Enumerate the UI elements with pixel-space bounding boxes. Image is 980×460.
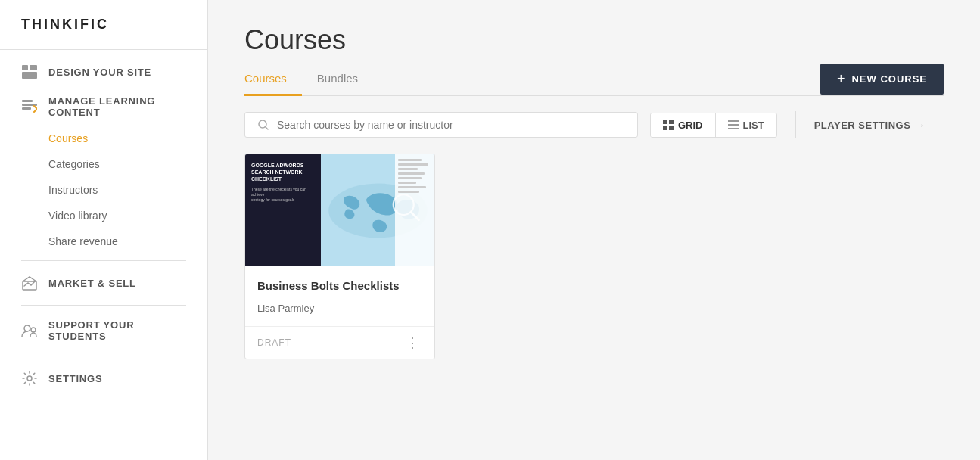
player-settings-link[interactable]: PLAYER SETTINGS → <box>814 120 926 131</box>
main-content: Courses Courses Bundles + NEW COURSE <box>208 0 980 460</box>
controls-row: GRID LIST PLAYER SETTINGS → <box>208 96 980 154</box>
tab-courses[interactable]: Courses <box>244 63 302 96</box>
sidebar-sub-item-instructors-label: Instructors <box>48 184 98 196</box>
sidebar-divider-3 <box>21 356 186 356</box>
sidebar-sub-item-courses-label: Courses <box>48 132 88 145</box>
svg-rect-18 <box>728 128 739 129</box>
sidebar-sub-item-courses[interactable]: Courses <box>0 126 207 151</box>
svg-rect-17 <box>728 124 739 126</box>
course-card: GOOGLE ADWORDS SEARCH NETWORK CHECKLIST … <box>244 154 435 359</box>
list-label: LIST <box>743 120 764 131</box>
logo-text: THINKIFIC <box>21 17 109 32</box>
svg-rect-1 <box>30 65 37 70</box>
svg-point-7 <box>24 325 30 331</box>
new-course-label: NEW COURSE <box>851 73 927 85</box>
thumbnail-right-panel <box>321 154 434 266</box>
plus-icon: + <box>837 71 846 87</box>
course-menu-button[interactable]: ⋮ <box>403 334 422 351</box>
svg-point-9 <box>27 376 32 381</box>
sidebar-sub-item-video-library-label: Video library <box>48 210 107 222</box>
thumbnail-image: GOOGLE ADWORDS SEARCH NETWORK CHECKLIST … <box>245 154 434 266</box>
course-thumbnail: GOOGLE ADWORDS SEARCH NETWORK CHECKLIST … <box>245 154 434 266</box>
search-icon <box>257 119 269 131</box>
tab-bundles[interactable]: Bundles <box>317 63 373 96</box>
support-students-icon <box>21 322 38 339</box>
tabs-row: Courses Bundles + NEW COURSE <box>244 56 944 96</box>
grid-label: GRID <box>678 120 703 131</box>
thumbnail-checklist-overlay <box>395 154 435 266</box>
design-site-icon <box>21 64 38 80</box>
sidebar-item-manage-learning[interactable]: MANAGE LEARNING CONTENT <box>0 88 207 126</box>
svg-rect-5 <box>22 107 31 110</box>
sidebar-divider-2 <box>21 305 186 306</box>
logo: THINKIFIC <box>0 0 207 50</box>
sidebar-item-market-sell[interactable]: MARKET & SELL <box>0 267 207 299</box>
grid-icon <box>663 120 674 130</box>
controls-divider <box>795 111 796 138</box>
thumbnail-left-panel: GOOGLE ADWORDS SEARCH NETWORK CHECKLIST … <box>245 154 321 266</box>
player-settings-label: PLAYER SETTINGS <box>814 120 911 131</box>
svg-rect-14 <box>663 126 667 130</box>
sidebar-divider-1 <box>21 260 186 261</box>
sidebar-sub-item-share-revenue-label: Share revenue <box>48 235 118 247</box>
svg-rect-13 <box>669 120 674 124</box>
svg-point-8 <box>31 328 36 332</box>
svg-rect-4 <box>22 104 37 106</box>
sidebar-sub-item-categories-label: Categories <box>48 158 100 170</box>
svg-rect-3 <box>22 100 33 102</box>
sidebar-item-design-site[interactable]: DESIGN YOUR SITE <box>0 56 207 88</box>
arrow-right-icon: → <box>915 120 926 131</box>
sidebar-item-settings-label: SETTINGS <box>48 373 102 384</box>
grid-view-button[interactable]: GRID <box>651 113 716 137</box>
sidebar: THINKIFIC DESIGN YOUR SITE MANAGE LEARNI… <box>0 0 208 460</box>
course-name: Business Bolts Checklists <box>257 278 422 294</box>
page-title: Courses <box>244 24 944 56</box>
sidebar-item-market-sell-label: MARKET & SELL <box>48 278 136 289</box>
list-view-button[interactable]: LIST <box>716 113 776 137</box>
course-grid: GOOGLE ADWORDS SEARCH NETWORK CHECKLIST … <box>208 154 980 384</box>
settings-icon <box>21 370 38 387</box>
tabs-left: Courses Bundles <box>244 62 388 95</box>
list-icon <box>728 120 739 130</box>
new-course-button[interactable]: + NEW COURSE <box>820 64 944 95</box>
sidebar-item-settings[interactable]: SETTINGS <box>0 362 207 394</box>
sidebar-item-design-site-label: DESIGN YOUR SITE <box>48 67 151 78</box>
manage-learning-icon <box>21 98 38 115</box>
search-box[interactable] <box>244 112 638 138</box>
sidebar-item-manage-learning-label: MANAGE LEARNING CONTENT <box>48 95 186 118</box>
sidebar-item-support-students-label: SUPPORT YOUR STUDENTS <box>48 319 186 342</box>
svg-rect-0 <box>22 65 28 70</box>
search-input[interactable] <box>277 119 625 131</box>
course-status: DRAFT <box>257 337 291 348</box>
svg-line-11 <box>266 127 269 130</box>
main-header: Courses <box>208 0 980 56</box>
svg-rect-12 <box>663 120 667 124</box>
course-instructor: Lisa Parmley <box>257 303 422 314</box>
sidebar-sub-item-instructors[interactable]: Instructors <box>0 177 207 203</box>
svg-rect-15 <box>669 126 674 130</box>
market-sell-icon <box>21 275 38 291</box>
svg-rect-16 <box>728 120 739 122</box>
sidebar-sub-item-categories[interactable]: Categories <box>0 151 207 177</box>
sidebar-sub-item-share-revenue[interactable]: Share revenue <box>0 228 207 254</box>
thumbnail-body-text: These are the checklists you can achieve… <box>251 187 315 203</box>
sidebar-sub-item-video-library[interactable]: Video library <box>0 203 207 228</box>
sidebar-item-support-students[interactable]: SUPPORT YOUR STUDENTS <box>0 312 207 350</box>
course-info: Business Bolts Checklists Lisa Parmley <box>245 266 434 326</box>
svg-rect-2 <box>22 72 37 79</box>
thumbnail-title-text: GOOGLE ADWORDS SEARCH NETWORK CHECKLIST <box>251 162 315 182</box>
course-footer: DRAFT ⋮ <box>245 326 434 359</box>
view-toggle: GRID LIST <box>650 113 777 138</box>
